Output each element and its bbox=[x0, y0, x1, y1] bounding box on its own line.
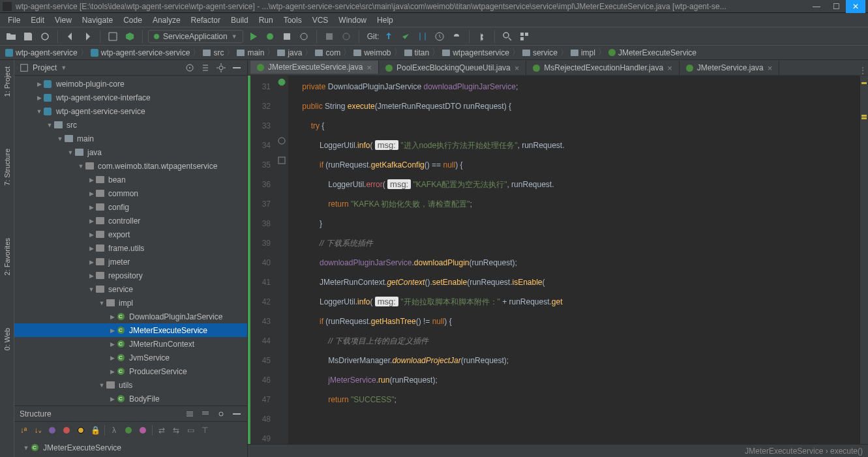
minimize-button[interactable]: — bbox=[807, 0, 826, 13]
menu-tools[interactable]: Tools bbox=[278, 16, 307, 25]
close-tab-icon[interactable]: × bbox=[667, 63, 672, 73]
tree-item[interactable]: ▶jmeter bbox=[14, 255, 247, 269]
menu-window[interactable]: Window bbox=[333, 16, 372, 25]
project-structure-icon[interactable] bbox=[517, 29, 531, 44]
tree-item[interactable]: ▶frame.utils bbox=[14, 241, 247, 255]
autoscroll-from-icon[interactable]: ⇆ bbox=[171, 425, 181, 435]
vcs-commit-icon[interactable] bbox=[398, 29, 413, 44]
tree-item[interactable]: ▼impl bbox=[14, 296, 247, 310]
build-project-icon[interactable] bbox=[123, 29, 137, 44]
crumb-src[interactable]: src bbox=[202, 48, 225, 57]
sync-mark-icon[interactable] bbox=[277, 77, 287, 87]
menu-navigate[interactable]: Navigate bbox=[77, 16, 118, 25]
code-area[interactable]: private DownloadPluginJarService downloa… bbox=[288, 76, 860, 444]
tree-item[interactable]: ▼main bbox=[14, 132, 247, 145]
project-view-label[interactable]: Project bbox=[33, 63, 57, 72]
editor-body[interactable]: 31323334353637383940414243444546474849 p… bbox=[248, 76, 868, 444]
menu-refactor[interactable]: Refactor bbox=[186, 16, 226, 25]
vcs-compare-icon[interactable] bbox=[415, 29, 430, 44]
override-mark-icon[interactable] bbox=[277, 136, 287, 146]
tree-item[interactable]: ▼service bbox=[14, 282, 247, 296]
tree-item[interactable]: ▶CJMeterRunContext bbox=[14, 337, 247, 351]
menu-edit[interactable]: Edit bbox=[25, 16, 50, 25]
editor-tab-active[interactable]: JMeterExecuteService.java× bbox=[250, 61, 379, 75]
hide-icon[interactable] bbox=[232, 63, 242, 73]
back-icon[interactable] bbox=[63, 29, 78, 44]
structure-collapse-icon[interactable] bbox=[200, 409, 211, 419]
coverage-icon[interactable] bbox=[280, 29, 294, 44]
crumb-weimob[interactable]: weimob bbox=[352, 48, 392, 57]
editor-tab[interactable]: MsRejectedExecutionHandler.java× bbox=[526, 61, 679, 75]
filter-lock-icon[interactable]: 🔒 bbox=[90, 425, 100, 435]
tree-item[interactable]: ▶config bbox=[14, 200, 247, 214]
menu-code[interactable]: Code bbox=[118, 16, 147, 25]
sync-icon[interactable] bbox=[38, 29, 52, 44]
gear-icon[interactable] bbox=[216, 63, 226, 73]
menu-run[interactable]: Run bbox=[254, 16, 278, 25]
crumb-service[interactable]: service bbox=[521, 48, 559, 57]
tree-item[interactable]: ▶export bbox=[14, 228, 247, 241]
tree-item[interactable]: ▼src bbox=[14, 118, 247, 132]
close-tab-icon[interactable]: × bbox=[515, 63, 520, 73]
run-config-selector[interactable]: ServiceApplication ▼ bbox=[148, 30, 243, 43]
tree-item[interactable]: ▶repository bbox=[14, 269, 247, 282]
run-icon[interactable] bbox=[246, 29, 260, 44]
filter-field-icon[interactable] bbox=[76, 425, 86, 435]
crumb-main[interactable]: main bbox=[235, 48, 265, 57]
search-icon[interactable] bbox=[500, 29, 515, 44]
close-button[interactable]: ✕ bbox=[846, 0, 865, 13]
autoscroll-source-icon[interactable]: ⇄ bbox=[157, 425, 167, 435]
save-all-icon[interactable] bbox=[21, 29, 35, 44]
tool-tab-project[interactable]: 1: Project bbox=[3, 66, 11, 96]
ide-settings-icon[interactable] bbox=[475, 29, 489, 44]
tool-tab-favorites[interactable]: 2: Favorites bbox=[3, 238, 11, 275]
crumb-com[interactable]: com bbox=[314, 48, 342, 57]
expand-all-icon[interactable] bbox=[200, 63, 211, 73]
build-icon[interactable] bbox=[106, 29, 120, 44]
structure-expand-icon[interactable] bbox=[185, 409, 195, 419]
menu-build[interactable]: Build bbox=[226, 16, 254, 25]
tree-item[interactable]: ▶CDownloadPluginJarService bbox=[14, 310, 247, 323]
tool-tab-structure[interactable]: 7: Structure bbox=[3, 149, 11, 186]
editor-tab[interactable]: JMeterService.java× bbox=[680, 61, 780, 75]
structure-hide-icon[interactable] bbox=[232, 409, 242, 419]
editor-breadcrumbs[interactable]: JMeterExecuteService › execute() bbox=[248, 444, 868, 457]
filter-lambda-icon[interactable]: λ bbox=[109, 425, 119, 435]
project-tree[interactable]: ▶weimob-plugin-core▶wtp-agent-service-in… bbox=[14, 76, 247, 405]
editor-tab[interactable]: PoolExecBlockingQueueUtil.java× bbox=[379, 61, 526, 75]
profile-icon[interactable] bbox=[297, 29, 311, 44]
menu-help[interactable]: Help bbox=[372, 16, 398, 25]
tree-item[interactable]: ▶bean bbox=[14, 173, 247, 186]
close-tab-icon[interactable]: × bbox=[367, 63, 372, 72]
tree-item[interactable]: ▶CBodyFile bbox=[14, 392, 247, 405]
crumb-titan[interactable]: titan bbox=[403, 48, 431, 57]
close-tab-icon[interactable]: × bbox=[768, 63, 773, 73]
sort-alpha-icon[interactable]: ↓ª bbox=[18, 425, 29, 435]
crumb-impl[interactable]: impl bbox=[569, 48, 597, 57]
tree-item[interactable]: ▶wtp-agent-service-interface bbox=[14, 91, 247, 104]
tabs-dropdown-icon[interactable]: ⋮ bbox=[858, 65, 868, 75]
menu-file[interactable]: File bbox=[3, 16, 25, 25]
crumb-class[interactable]: JMeterExecuteService bbox=[607, 48, 698, 57]
forward-icon[interactable] bbox=[80, 29, 95, 44]
debug-icon[interactable] bbox=[263, 29, 277, 44]
tool-tab-web[interactable]: 0: Web bbox=[3, 328, 11, 351]
menu-vcs[interactable]: VCS bbox=[307, 16, 334, 25]
maximize-button[interactable]: ☐ bbox=[826, 0, 846, 13]
collapse-mark-icon[interactable] bbox=[277, 155, 287, 166]
vcs-update-icon[interactable] bbox=[382, 29, 396, 44]
crumb-pkg[interactable]: wtpagentservice bbox=[441, 48, 511, 57]
error-stripe[interactable] bbox=[860, 76, 868, 444]
structure-tree[interactable]: ▼ C JMeterExecuteService bbox=[14, 438, 247, 457]
tree-item[interactable]: ▶common bbox=[14, 186, 247, 200]
crumb-module[interactable]: wtp-agent-service-service bbox=[89, 48, 192, 57]
attach-icon[interactable] bbox=[339, 29, 353, 44]
filter-method-icon[interactable] bbox=[138, 425, 148, 435]
stop-icon[interactable] bbox=[322, 29, 337, 44]
group-icon[interactable]: ▭ bbox=[185, 425, 196, 435]
locate-icon[interactable] bbox=[185, 63, 195, 73]
tree-item[interactable]: ▶CJvmService bbox=[14, 351, 247, 364]
tree-item[interactable]: ▶CJMeterExecuteService bbox=[14, 323, 247, 337]
tree-item[interactable]: ▶weimob-plugin-core bbox=[14, 77, 247, 91]
filter-interface-icon[interactable] bbox=[47, 425, 57, 435]
